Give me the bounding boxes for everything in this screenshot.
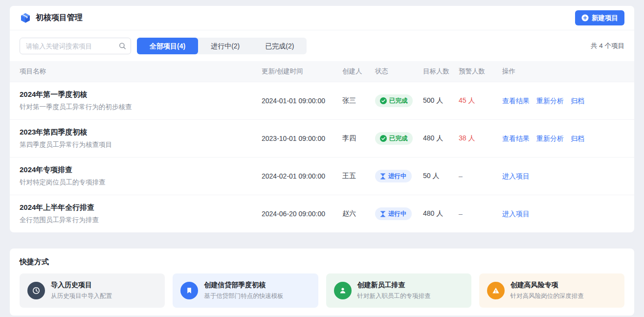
plus-icon	[581, 14, 589, 22]
column-header: 更新/创建时间	[262, 67, 342, 76]
column-header: 状态	[375, 67, 423, 76]
toolbar: 全部项目(4)进行中(2)已完成(2) 共 4 个项目	[10, 30, 634, 61]
target-count: 50 人	[423, 172, 459, 181]
table-row: 2023年第四季度初核第四季度员工异常行为核查项目2023-10-01 09:0…	[10, 119, 634, 157]
filter-tab[interactable]: 全部项目(4)	[137, 38, 198, 54]
filter-tab[interactable]: 已完成(2)	[252, 38, 307, 54]
row-actions: 查看结果重新分析归档	[502, 134, 624, 143]
shortcut-description: 基于信贷部门特点的快速模板	[204, 292, 284, 300]
shortcuts-title: 快捷方式	[20, 257, 624, 267]
shortcut-description: 从历史项目中导入配置	[51, 292, 112, 300]
warning-count: 38 人	[459, 134, 502, 143]
shortcut-card[interactable]: 创建信贷部季度初核基于信贷部门特点的快速模板	[173, 273, 318, 308]
project-time: 2024-02-01 09:00:00	[262, 172, 342, 180]
card-header: 初核项目管理 新建项目	[10, 6, 634, 30]
shortcuts-row: 导入历史项目从历史项目中导入配置创建信贷部季度初核基于信贷部门特点的快速模板创建…	[20, 273, 624, 308]
table-body: 2024年第一季度初核针对第一季度员工异常行为的初步核查2024-01-01 0…	[10, 82, 634, 232]
page-title: 初核项目管理	[36, 13, 83, 23]
warning-count: –	[459, 172, 502, 180]
shortcut-card[interactable]: 创建新员工排查针对新入职员工的专项排查	[326, 273, 471, 308]
person-icon	[334, 282, 352, 299]
hourglass-icon	[380, 173, 386, 180]
project-time: 2024-06-20 09:00:00	[262, 210, 342, 218]
row-actions: 进入项目	[502, 172, 624, 181]
filter-tabs: 全部项目(4)进行中(2)已完成(2)	[137, 38, 307, 54]
shortcuts-card: 快捷方式 导入历史项目从历史项目中导入配置创建信贷部季度初核基于信贷部门特点的快…	[10, 249, 634, 316]
project-creator: 赵六	[342, 209, 375, 218]
status-label: 进行中	[388, 210, 407, 218]
project-description: 第四季度员工异常行为核查项目	[20, 140, 254, 149]
total-count: 共 4 个项目	[591, 42, 624, 50]
action-link[interactable]: 重新分析	[536, 135, 564, 143]
warning-count: –	[459, 210, 502, 218]
shortcut-card[interactable]: 导入历史项目从历史项目中导入配置	[20, 273, 165, 308]
column-header: 创建人	[342, 67, 375, 76]
status-label: 进行中	[388, 172, 407, 181]
clock-icon	[27, 282, 45, 299]
project-creator: 张三	[342, 96, 375, 105]
shortcut-description: 针对新入职员工的专项排查	[357, 292, 431, 300]
action-link[interactable]: 查看结果	[502, 97, 530, 106]
filter-tab[interactable]: 进行中(2)	[198, 38, 252, 54]
app-cube-icon	[20, 12, 31, 24]
status-badge: 已完成	[375, 132, 413, 145]
search-input[interactable]	[20, 38, 131, 54]
action-link[interactable]: 归档	[571, 135, 584, 143]
new-project-button[interactable]: 新建项目	[575, 10, 624, 25]
project-name: 2024年第一季度初核	[20, 90, 254, 99]
target-count: 480 人	[423, 209, 459, 218]
column-header: 目标人数	[423, 67, 459, 76]
column-header: 操作	[502, 67, 624, 76]
status-label: 已完成	[389, 135, 408, 143]
table-row: 2024年上半年全行排查全行范围员工异常行为排查2024-06-20 09:00…	[10, 195, 634, 232]
bookmark-icon	[180, 282, 198, 299]
shortcut-title: 创建信贷部季度初核	[204, 281, 284, 290]
action-link[interactable]: 重新分析	[536, 97, 564, 106]
action-link[interactable]: 进入项目	[502, 172, 530, 181]
shortcut-title: 创建高风险专项	[511, 281, 584, 290]
target-count: 500 人	[423, 96, 459, 105]
project-description: 针对特定岗位员工的专项排查	[20, 178, 254, 187]
target-count: 480 人	[423, 134, 459, 143]
project-creator: 王五	[342, 172, 375, 181]
status-badge: 已完成	[375, 94, 413, 107]
status-badge: 进行中	[375, 207, 412, 220]
row-actions: 查看结果重新分析归档	[502, 96, 624, 106]
title-wrap: 初核项目管理	[20, 12, 83, 24]
action-link[interactable]: 进入项目	[502, 210, 530, 219]
check-circle-icon	[380, 135, 387, 142]
row-actions: 进入项目	[502, 209, 624, 219]
search-icon[interactable]	[119, 43, 126, 50]
status-label: 已完成	[389, 97, 408, 105]
shortcut-description: 针对高风险岗位的深度排查	[511, 292, 584, 300]
warning-count: 45 人	[459, 96, 502, 105]
action-link[interactable]: 查看结果	[502, 135, 530, 143]
table-row: 2024年专项排查针对特定岗位员工的专项排查2024-02-01 09:00:0…	[10, 157, 634, 195]
project-time: 2023-10-01 09:00:00	[262, 135, 342, 142]
shortcut-title: 导入历史项目	[51, 281, 112, 290]
project-management-card: 初核项目管理 新建项目 全部项目(4)进行中(2)已完成(2) 共 4 个项目 …	[10, 6, 634, 232]
search-box	[20, 38, 131, 54]
project-name: 2024年上半年全行排查	[20, 203, 254, 212]
project-name: 2024年专项排查	[20, 165, 254, 175]
shortcut-title: 创建新员工排查	[357, 281, 431, 290]
new-project-label: 新建项目	[592, 14, 618, 23]
column-header: 项目名称	[20, 67, 262, 76]
project-time: 2024-01-01 09:00:00	[262, 97, 342, 105]
project-description: 针对第一季度员工异常行为的初步核查	[20, 103, 254, 112]
shortcut-card[interactable]: 创建高风险专项针对高风险岗位的深度排查	[479, 273, 624, 308]
warning-icon	[487, 282, 505, 299]
status-badge: 进行中	[375, 170, 412, 182]
column-header: 预警人数	[459, 67, 502, 76]
project-creator: 李四	[342, 134, 375, 143]
action-link[interactable]: 归档	[571, 97, 584, 106]
table-row: 2024年第一季度初核针对第一季度员工异常行为的初步核查2024-01-01 0…	[10, 82, 634, 119]
project-table: 项目名称更新/创建时间创建人状态目标人数预警人数操作 2024年第一季度初核针对…	[10, 61, 634, 232]
check-circle-icon	[380, 97, 387, 104]
project-description: 全行范围员工异常行为排查	[20, 216, 254, 225]
hourglass-icon	[380, 211, 386, 217]
table-header-row: 项目名称更新/创建时间创建人状态目标人数预警人数操作	[10, 61, 634, 82]
project-name: 2023年第四季度初核	[20, 128, 254, 137]
